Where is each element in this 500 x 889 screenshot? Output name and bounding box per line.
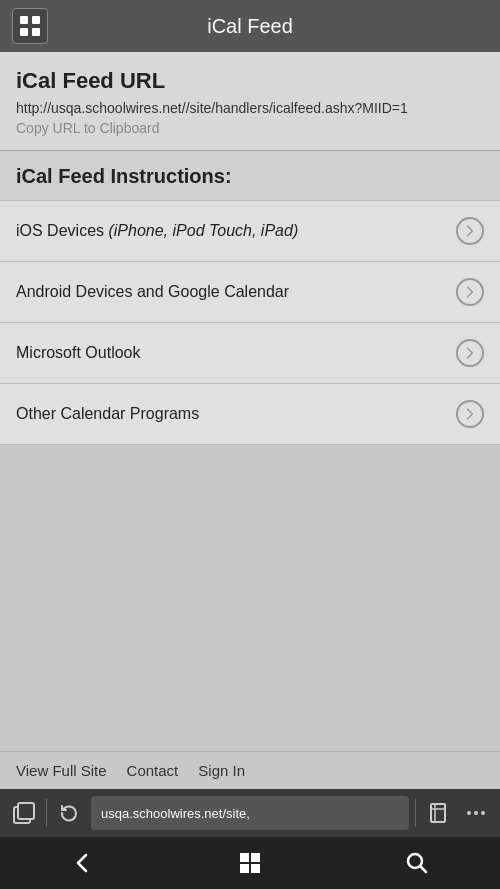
list-item-label-outlook: Microsoft Outlook — [16, 344, 456, 362]
svg-rect-3 — [32, 28, 40, 36]
instructions-header: iCal Feed Instructions: — [0, 151, 500, 201]
list-item-label-ios: iOS Devices (iPhone, iPod Touch, iPad) — [16, 222, 456, 240]
svg-rect-0 — [20, 16, 28, 24]
app-header: iCal Feed — [0, 0, 500, 52]
svg-point-9 — [467, 811, 471, 815]
list-item-android[interactable]: Android Devices and Google Calendar — [0, 262, 500, 323]
ical-url-text: http://usqa.schoolwires.net//site/handle… — [16, 100, 484, 116]
system-nav-bar — [0, 837, 500, 889]
list-item-ios[interactable]: iOS Devices (iPhone, iPod Touch, iPad) — [0, 201, 500, 262]
grid-menu-button[interactable] — [12, 8, 48, 44]
browser-divider-1 — [46, 799, 47, 827]
chevron-icon-other — [456, 400, 484, 428]
page-title: iCal Feed — [48, 15, 452, 38]
footer-links: View Full Site Contact Sign In — [0, 751, 500, 789]
empty-space — [0, 445, 500, 751]
list-item-label-other: Other Calendar Programs — [16, 405, 456, 423]
svg-rect-14 — [240, 864, 249, 873]
svg-rect-1 — [32, 16, 40, 24]
back-button[interactable] — [61, 841, 105, 885]
chevron-icon-android — [456, 278, 484, 306]
svg-point-11 — [481, 811, 485, 815]
svg-rect-13 — [251, 853, 260, 862]
browser-bar: usqa.schoolwires.net/site, — [0, 789, 500, 837]
browser-favorites-icon[interactable] — [422, 797, 454, 829]
browser-refresh-icon[interactable] — [53, 797, 85, 829]
url-section: iCal Feed URL http://usqa.schoolwires.ne… — [0, 52, 500, 151]
chevron-icon-ios — [456, 217, 484, 245]
svg-rect-6 — [431, 804, 445, 822]
browser-divider-2 — [415, 799, 416, 827]
instructions-title: iCal Feed Instructions: — [16, 165, 484, 188]
browser-url-bar[interactable]: usqa.schoolwires.net/site, — [91, 796, 409, 830]
svg-rect-15 — [251, 864, 260, 873]
browser-url-text: usqa.schoolwires.net/site, — [101, 806, 250, 821]
windows-button[interactable] — [228, 841, 272, 885]
main-content: iCal Feed URL http://usqa.schoolwires.ne… — [0, 52, 500, 751]
svg-rect-5 — [18, 803, 34, 819]
list-item-outlook[interactable]: Microsoft Outlook — [0, 323, 500, 384]
chevron-icon-outlook — [456, 339, 484, 367]
list-item-label-android: Android Devices and Google Calendar — [16, 283, 456, 301]
list-item-other[interactable]: Other Calendar Programs — [0, 384, 500, 445]
sign-in-link[interactable]: Sign In — [198, 762, 245, 779]
search-button[interactable] — [395, 841, 439, 885]
browser-tabs-icon[interactable] — [8, 797, 40, 829]
svg-rect-2 — [20, 28, 28, 36]
view-full-site-link[interactable]: View Full Site — [16, 762, 107, 779]
contact-link[interactable]: Contact — [127, 762, 179, 779]
svg-line-17 — [420, 867, 426, 873]
url-section-title: iCal Feed URL — [16, 68, 484, 94]
copy-url-link[interactable]: Copy URL to Clipboard — [16, 120, 484, 136]
browser-more-icon[interactable] — [460, 797, 492, 829]
svg-rect-12 — [240, 853, 249, 862]
svg-point-10 — [474, 811, 478, 815]
